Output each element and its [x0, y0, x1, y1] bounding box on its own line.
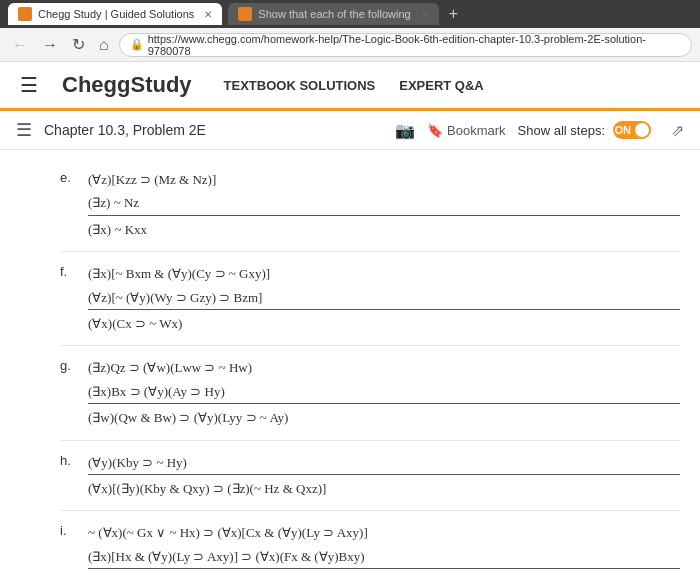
- problem-f-content: (∃x)[~ Bxm & (∀y)(Cy ⊃ ~ Gxy)] (∀z)[~ (∀…: [88, 262, 680, 335]
- bookmark-area[interactable]: 🔖 Bookmark: [427, 123, 506, 138]
- problem-h-premise-2: (∀x)[(∃y)(Kby & Qxy) ⊃ (∃z)(~ Hz & Qxz)]: [88, 474, 680, 500]
- inactive-tab-label: Show that each of the following: [258, 8, 410, 20]
- problem-h-premises: (∀y)(Kby ⊃ ~ Hy) (∀x)[(∃y)(Kby & Qxy) ⊃ …: [88, 451, 680, 501]
- problem-f-premise-2: (∀z)[~ (∀y)(Wy ⊃ Gzy) ⊃ Bzm]: [88, 286, 680, 309]
- tab-close-btn[interactable]: ✕: [204, 9, 212, 20]
- tab2-close-btn[interactable]: ✕: [421, 9, 429, 20]
- problem-h-premise-1: (∀y)(Kby ⊃ ~ Hy): [88, 451, 680, 474]
- bookmark-label: Bookmark: [447, 123, 506, 138]
- problem-g: g. (∃z)Qz ⊃ (∀w)(Lww ⊃ ~ Hw) (∃x)Bx ⊃ (∀…: [60, 346, 680, 440]
- active-tab-label: Chegg Study | Guided Solutions: [38, 8, 194, 20]
- problem-e-conclusion: (∃x) ~ Kxx: [88, 215, 680, 241]
- problem-e-premise-1: (∀z)[Kzz ⊃ (Mz & Nz)]: [88, 168, 680, 191]
- problem-g-premise-1: (∃z)Qz ⊃ (∀w)(Lww ⊃ ~ Hw): [88, 356, 680, 379]
- problem-i-conclusion: ~ (∀x)(∀y)Bxy ⊃ (∀x)(~ Gx ∨ ~ Hx): [88, 568, 680, 572]
- problem-i-content: ~ (∀x)(~ Gx ∨ ~ Hx) ⊃ (∀x)[Cx & (∀y)(Ly …: [88, 521, 680, 572]
- browser-chrome: Chegg Study | Guided Solutions ✕ Show th…: [0, 0, 700, 28]
- problem-e: e. (∀z)[Kzz ⊃ (Mz & Nz)] (∃z) ~ Nz (∃x) …: [60, 158, 680, 252]
- chapter-toolbar: ☰ Chapter 10.3, Problem 2E 📷 🔖 Bookmark …: [0, 111, 700, 150]
- problem-e-premise-2: (∃z) ~ Nz: [88, 191, 680, 214]
- address-bar[interactable]: 🔒 https://www.chegg.com/homework-help/Th…: [119, 33, 692, 57]
- active-tab[interactable]: Chegg Study | Guided Solutions ✕: [8, 3, 222, 25]
- problem-e-label: e.: [60, 168, 76, 185]
- problem-f-conclusion: (∀x)(Cx ⊃ ~ Wx): [88, 309, 680, 335]
- show-all-steps-control: Show all steps: ON: [518, 121, 651, 139]
- problem-e-premises: (∀z)[Kzz ⊃ (Mz & Nz)] (∃z) ~ Nz: [88, 168, 680, 215]
- problem-g-conclusion: (∃w)(Qw & Bw) ⊃ (∀y)(Lyy ⊃ ~ Ay): [88, 403, 680, 429]
- problem-h-label: h.: [60, 451, 76, 468]
- toggle-button[interactable]: ON: [613, 121, 651, 139]
- problem-g-content: (∃z)Qz ⊃ (∀w)(Lww ⊃ ~ Hw) (∃x)Bx ⊃ (∀y)(…: [88, 356, 680, 429]
- forward-button[interactable]: →: [38, 34, 62, 56]
- show-all-steps-label: Show all steps:: [518, 123, 605, 138]
- problem-f: f. (∃x)[~ Bxm & (∀y)(Cy ⊃ ~ Gxy)] (∀z)[~…: [60, 252, 680, 346]
- problem-f-label: f.: [60, 262, 76, 279]
- mobile-icon[interactable]: 📷: [395, 121, 415, 140]
- chegg-header: ☰ CheggStudy TEXTBOOK SOLUTIONS EXPERT Q…: [0, 62, 700, 111]
- problem-f-premise-1: (∃x)[~ Bxm & (∀y)(Cy ⊃ ~ Gxy)]: [88, 262, 680, 285]
- toggle-on-label: ON: [615, 124, 632, 136]
- problem-i-label: i.: [60, 521, 76, 538]
- problem-i-premise-2: (∃x)[Hx & (∀y)(Ly ⊃ Axy)] ⊃ (∀x)(Fx & (∀…: [88, 545, 680, 568]
- problem-e-content: (∀z)[Kzz ⊃ (Mz & Nz)] (∃z) ~ Nz (∃x) ~ K…: [88, 168, 680, 241]
- chapter-problem-title: Chapter 10.3, Problem 2E: [44, 122, 383, 138]
- tab-favicon: [18, 7, 32, 21]
- home-button[interactable]: ⌂: [95, 34, 113, 56]
- problem-h: h. (∀y)(Kby ⊃ ~ Hy) (∀x)[(∃y)(Kby & Qxy)…: [60, 441, 680, 512]
- new-tab-button[interactable]: +: [449, 5, 458, 23]
- reload-button[interactable]: ↻: [68, 33, 89, 56]
- logo-study: Study: [130, 72, 191, 97]
- problem-i: i. ~ (∀x)(~ Gx ∨ ~ Hx) ⊃ (∀x)[Cx & (∀y)(…: [60, 511, 680, 572]
- browser-nav-bar: ← → ↻ ⌂ 🔒 https://www.chegg.com/homework…: [0, 28, 700, 62]
- problem-i-premises: ~ (∀x)(~ Gx ∨ ~ Hx) ⊃ (∀x)[Cx & (∀y)(Ly …: [88, 521, 680, 568]
- toggle-knob: [635, 123, 649, 137]
- expert-qa-link[interactable]: EXPERT Q&A: [399, 78, 484, 93]
- problem-h-content: (∀y)(Kby ⊃ ~ Hy) (∀x)[(∃y)(Kby & Qxy) ⊃ …: [88, 451, 680, 501]
- problem-f-premises: (∃x)[~ Bxm & (∀y)(Cy ⊃ ~ Gxy)] (∀z)[~ (∀…: [88, 262, 680, 309]
- lock-icon: 🔒: [130, 38, 144, 51]
- bookmark-icon: 🔖: [427, 123, 443, 138]
- url-text: https://www.chegg.com/homework-help/The-…: [148, 33, 681, 57]
- main-nav: TEXTBOOK SOLUTIONS EXPERT Q&A: [224, 78, 484, 93]
- back-button[interactable]: ←: [8, 34, 32, 56]
- problem-g-label: g.: [60, 356, 76, 373]
- expand-icon[interactable]: ⇗: [671, 121, 684, 140]
- problem-i-premise-1: ~ (∀x)(~ Gx ∨ ~ Hx) ⊃ (∀x)[Cx & (∀y)(Ly …: [88, 521, 680, 544]
- list-icon[interactable]: ☰: [16, 119, 32, 141]
- problem-g-premise-2: (∃x)Bx ⊃ (∀y)(Ay ⊃ Hy): [88, 380, 680, 403]
- inactive-tab[interactable]: Show that each of the following ✕: [228, 3, 438, 25]
- problem-g-premises: (∃z)Qz ⊃ (∀w)(Lww ⊃ ~ Hw) (∃x)Bx ⊃ (∀y)(…: [88, 356, 680, 403]
- hamburger-menu[interactable]: ☰: [20, 73, 38, 97]
- textbook-solutions-link[interactable]: TEXTBOOK SOLUTIONS: [224, 78, 376, 93]
- content-area: e. (∀z)[Kzz ⊃ (Mz & Nz)] (∃z) ~ Nz (∃x) …: [0, 150, 700, 572]
- tab2-favicon: [238, 7, 252, 21]
- logo-chegg: Chegg: [62, 72, 130, 97]
- chegg-logo[interactable]: CheggStudy: [62, 72, 192, 98]
